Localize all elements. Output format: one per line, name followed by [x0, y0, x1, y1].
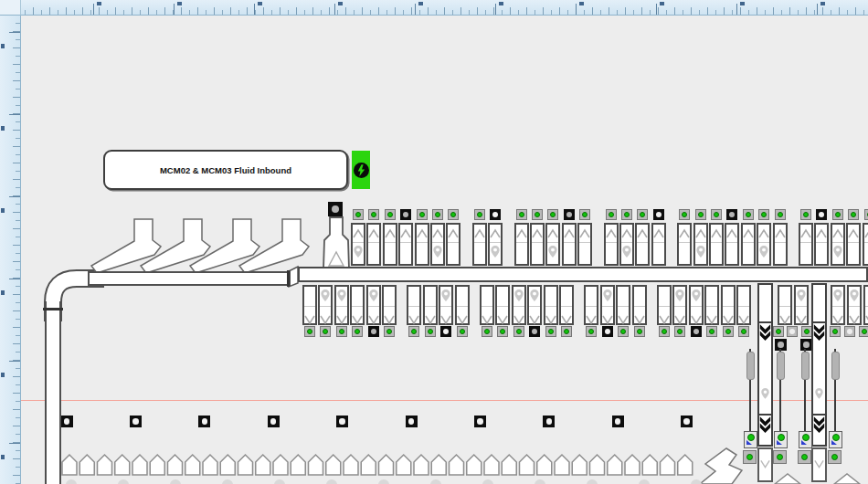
status-indicator[interactable] [457, 326, 468, 337]
drawing-canvas[interactable]: MCM02 & MCM03 Fluid Inbound [0, 0, 868, 484]
status-indicator[interactable] [440, 326, 451, 337]
outlet-hopper[interactable] [203, 455, 217, 475]
status-indicator[interactable] [336, 416, 348, 427]
status-indicator[interactable] [798, 450, 811, 464]
outlet-hopper[interactable] [115, 455, 130, 475]
machine-cell[interactable] [407, 285, 421, 325]
machine-cell[interactable] [651, 223, 666, 266]
status-indicator[interactable] [513, 326, 524, 337]
level-sensor[interactable] [744, 349, 757, 447]
status-indicator[interactable] [775, 209, 786, 220]
machine-cell[interactable] [778, 285, 792, 325]
status-indicator[interactable] [787, 326, 798, 337]
status-indicator[interactable] [336, 326, 347, 337]
status-indicator[interactable] [304, 326, 315, 337]
machine-cell[interactable] [725, 223, 739, 266]
status-indicator[interactable] [743, 450, 757, 464]
machine-cell[interactable] [757, 223, 771, 266]
outlet-hopper[interactable] [326, 455, 341, 475]
status-indicator[interactable] [659, 326, 670, 337]
outlet-hopper[interactable] [572, 455, 587, 475]
machine-cell[interactable] [672, 285, 687, 325]
status-indicator[interactable] [606, 209, 617, 220]
machine-cell[interactable] [382, 285, 397, 325]
machine-cell[interactable] [439, 285, 453, 325]
status-indicator[interactable] [198, 416, 210, 427]
sensor-readout[interactable] [829, 431, 842, 448]
machine-cell[interactable] [584, 285, 598, 325]
machine-cell[interactable] [799, 223, 813, 266]
status-indicator[interactable] [653, 209, 664, 220]
outlet-hopper[interactable] [132, 455, 147, 475]
status-indicator[interactable] [385, 209, 396, 220]
status-indicator[interactable] [637, 209, 648, 220]
level-sensor[interactable] [774, 349, 787, 447]
machine-cell[interactable] [693, 223, 708, 266]
machine-cell[interactable] [415, 223, 429, 266]
machine-cell[interactable] [562, 223, 577, 266]
machine-cell[interactable] [847, 285, 862, 325]
machine-cell[interactable] [600, 285, 615, 325]
vertical-conveyor[interactable] [811, 283, 827, 447]
conveyor-outlet[interactable] [811, 447, 827, 482]
outlet-hopper[interactable] [256, 455, 270, 475]
status-indicator[interactable] [830, 326, 841, 337]
machine-cell[interactable] [472, 223, 487, 266]
status-indicator[interactable] [432, 209, 443, 220]
machine-cell[interactable] [350, 285, 365, 325]
machine-cell[interactable] [657, 285, 672, 325]
status-indicator[interactable] [417, 209, 428, 220]
status-indicator[interactable] [743, 209, 754, 220]
outlet-hopper[interactable] [238, 455, 253, 475]
status-indicator[interactable] [490, 209, 501, 220]
status-indicator[interactable] [547, 209, 558, 220]
outlet-hopper[interactable] [344, 455, 358, 475]
status-indicator[interactable] [61, 416, 73, 427]
outlet-hopper[interactable] [537, 455, 552, 475]
status-indicator[interactable] [529, 326, 540, 337]
machine-cell[interactable] [831, 223, 845, 266]
status-indicator[interactable] [268, 416, 280, 427]
status-indicator[interactable] [543, 416, 555, 427]
machine-cell[interactable] [773, 223, 788, 266]
status-indicator[interactable] [130, 416, 142, 427]
outlet-hopper[interactable] [484, 455, 499, 475]
outlet-hopper[interactable] [79, 455, 94, 475]
machine-cell[interactable] [741, 223, 756, 266]
machine-cell[interactable] [545, 223, 560, 266]
outlet-hopper[interactable] [467, 455, 482, 475]
outlet-hopper[interactable] [150, 455, 164, 475]
outlet-hopper[interactable] [450, 455, 464, 475]
outlet-hopper[interactable] [642, 455, 657, 475]
outlet-hopper[interactable] [168, 455, 183, 475]
machine-cell[interactable] [616, 285, 630, 325]
machine-cell[interactable] [512, 285, 526, 325]
sensor-readout[interactable] [774, 431, 788, 448]
status-indicator[interactable] [618, 326, 629, 337]
outlet-hopper[interactable] [625, 455, 640, 475]
machine-cell[interactable] [480, 285, 494, 325]
level-sensor[interactable] [799, 349, 811, 447]
outlet-hopper[interactable] [397, 455, 411, 475]
status-indicator[interactable] [586, 326, 597, 337]
machine-cell[interactable] [366, 223, 381, 266]
status-indicator[interactable] [832, 209, 843, 220]
outlet-hopper[interactable] [678, 455, 693, 475]
status-indicator[interactable] [368, 326, 379, 337]
outlet-hopper[interactable] [273, 455, 288, 475]
status-indicator[interactable] [516, 209, 527, 220]
conveyor-outlet[interactable] [757, 447, 773, 482]
machine-cell[interactable] [544, 285, 558, 325]
status-indicator[interactable] [448, 209, 459, 220]
machine-cell[interactable] [530, 223, 545, 266]
machine-cell[interactable] [527, 285, 542, 325]
sensor-readout[interactable] [744, 431, 757, 448]
machine-cell[interactable] [302, 285, 317, 325]
machine-cell[interactable] [619, 223, 634, 266]
machine-cell[interactable] [366, 285, 381, 325]
status-indicator[interactable] [828, 450, 842, 464]
machine-cell[interactable] [577, 223, 592, 266]
status-indicator[interactable] [726, 209, 737, 220]
outlet-hopper[interactable] [431, 455, 446, 475]
machine-cell[interactable] [721, 285, 736, 325]
